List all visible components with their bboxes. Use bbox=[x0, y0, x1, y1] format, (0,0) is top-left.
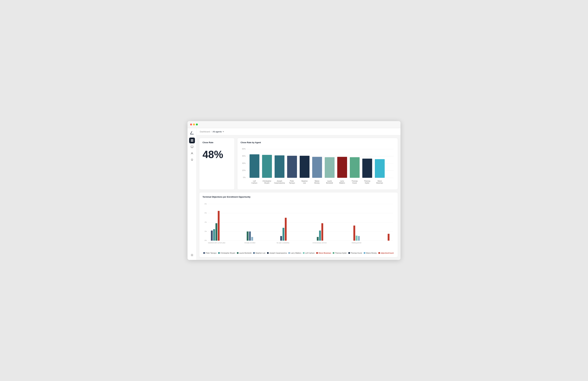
sidebar-item-users[interactable] bbox=[189, 151, 195, 156]
obj-bar bbox=[319, 230, 321, 241]
bar-waine bbox=[312, 157, 322, 178]
objections-svg: 8% 6% 4% 2% 0% bbox=[203, 201, 395, 249]
obj-bar-steve bbox=[388, 234, 389, 241]
legend-label-peter: Peter Tamayo bbox=[206, 252, 216, 254]
svg-text:Bowman: Bowman bbox=[376, 182, 383, 184]
obj-bar bbox=[215, 223, 217, 241]
svg-point-8 bbox=[191, 159, 193, 160]
obj-bar-objcount bbox=[218, 211, 219, 241]
top-row: Close Rate 48% Close Rate by Agent 60% 4… bbox=[199, 138, 398, 190]
sidebar-item-calls[interactable] bbox=[189, 157, 195, 163]
svg-text:Leif: Leif bbox=[253, 180, 256, 182]
legend-dot-laurie bbox=[237, 252, 238, 254]
close-rate-card: Close Rate 48% bbox=[199, 138, 235, 190]
legend-label-steve: Steve Bowman bbox=[318, 252, 331, 254]
svg-text:Waine: Waine bbox=[315, 180, 319, 182]
legend-waine: Waine Bresky bbox=[364, 252, 377, 254]
sidebar-item-monitor[interactable] bbox=[189, 144, 195, 150]
svg-text:Theresa: Theresa bbox=[364, 180, 370, 182]
objections-chart: 8% 6% 4% 2% 0% bbox=[203, 201, 395, 250]
obj-bar-objcount bbox=[321, 223, 323, 241]
legend-joseph: Joseph Casamassima bbox=[267, 252, 287, 254]
svg-text:Waiting period: Waiting period bbox=[352, 242, 361, 244]
legend-christopher: Christopher Bryant bbox=[218, 252, 235, 254]
svg-text:Christopher: Christopher bbox=[263, 180, 272, 182]
breadcrumb-home[interactable]: Dashboard bbox=[200, 131, 210, 133]
minimize-button[interactable] bbox=[193, 124, 195, 125]
bar-theresa bbox=[362, 158, 372, 178]
svg-text:Lee: Lee bbox=[303, 182, 306, 184]
legend-dot-waine bbox=[364, 252, 365, 254]
app-window: Dashboard / All agents Close R bbox=[188, 121, 400, 260]
svg-text:8%: 8% bbox=[205, 203, 207, 205]
legend-dot-larry bbox=[288, 252, 290, 254]
titlebar bbox=[188, 121, 400, 128]
legend-peter: Peter Tamayo bbox=[203, 252, 216, 254]
bar-peter bbox=[287, 156, 297, 178]
legend-dot-steve bbox=[316, 252, 318, 254]
legend-label-leif: Leif Carlson bbox=[305, 252, 315, 254]
close-rate-by-agent-card: Close Rate by Agent 60% 45% 30% 15% 0% bbox=[237, 138, 398, 190]
legend-steve: Steve Bowman bbox=[316, 252, 331, 254]
obj-bar bbox=[251, 237, 253, 241]
svg-text:Tamayo: Tamayo bbox=[289, 182, 295, 184]
traffic-lights bbox=[190, 124, 198, 125]
svg-rect-3 bbox=[192, 141, 193, 142]
svg-text:Casamassima: Casamassima bbox=[274, 182, 285, 184]
svg-text:Bryant: Bryant bbox=[264, 182, 269, 184]
legend-dot-thomas bbox=[348, 252, 350, 254]
svg-text:No plan availability: No plan availability bbox=[276, 242, 289, 244]
legend-leif: Leif Carlson bbox=[303, 252, 315, 254]
legend-theresa: Theresa Hyder bbox=[333, 252, 347, 254]
sidebar-item-settings[interactable] bbox=[189, 252, 195, 258]
maximize-button[interactable] bbox=[196, 124, 198, 125]
objections-title: Terminal Objections per Enrollment Oppor… bbox=[203, 196, 395, 198]
obj-bar bbox=[358, 236, 360, 241]
close-rate-value: 48% bbox=[203, 149, 231, 160]
svg-text:0%: 0% bbox=[243, 177, 246, 179]
svg-text:Peter: Peter bbox=[290, 180, 294, 182]
obj-bar bbox=[280, 236, 282, 241]
svg-text:Kunst: Kunst bbox=[352, 182, 357, 184]
logo[interactable] bbox=[189, 130, 195, 135]
legend: Peter Tamayo Christopher Bryant Laurie B… bbox=[203, 252, 395, 254]
bar-joseph bbox=[275, 155, 284, 178]
close-rate-svg: 60% 45% 30% 15% 0% bbox=[241, 146, 395, 186]
svg-text:Watters: Watters bbox=[339, 182, 345, 184]
svg-text:Carlson: Carlson bbox=[252, 182, 257, 184]
legend-dot-stephen bbox=[253, 252, 255, 254]
bar-leif bbox=[250, 154, 259, 178]
sidebar-item-dashboard[interactable] bbox=[189, 137, 195, 143]
legend-label-laurie: Laurie Bortolotti bbox=[239, 252, 252, 254]
bar-christopher bbox=[262, 155, 272, 178]
close-button[interactable] bbox=[190, 124, 192, 125]
legend-label-joseph: Joseph Casamassima bbox=[269, 252, 287, 254]
legend-dot-objcount bbox=[378, 252, 380, 254]
obj-bar bbox=[211, 230, 213, 241]
obj-bar-objcount bbox=[285, 218, 287, 241]
svg-text:Joseph: Joseph bbox=[277, 180, 282, 182]
legend-dot-joseph bbox=[267, 252, 269, 254]
obj-bar-objcount bbox=[353, 225, 355, 241]
legend-larry: Larry Watters bbox=[288, 252, 301, 254]
main-content: Dashboard / All agents Close R bbox=[197, 128, 400, 260]
legend-dot-peter bbox=[203, 252, 205, 254]
svg-text:Laurie: Laurie bbox=[327, 180, 332, 182]
svg-text:Stephen: Stephen bbox=[301, 180, 308, 182]
close-rate-chart: 60% 45% 30% 15% 0% bbox=[241, 146, 395, 186]
bar-thomas bbox=[350, 157, 360, 178]
breadcrumb-current[interactable]: All agents bbox=[212, 131, 224, 133]
legend-label-thomas: Thomas Kunst bbox=[351, 252, 362, 254]
svg-rect-1 bbox=[192, 139, 193, 140]
breadcrumb: Dashboard / All agents bbox=[200, 131, 224, 133]
svg-text:Bortolotti: Bortolotti bbox=[326, 182, 333, 184]
bar-steve bbox=[375, 159, 385, 178]
svg-text:Bresky: Bresky bbox=[315, 182, 320, 184]
svg-text:Unnecessary service: Unnecessary service bbox=[313, 242, 327, 244]
svg-text:6%: 6% bbox=[205, 212, 207, 214]
sidebar bbox=[188, 128, 197, 260]
svg-text:15%: 15% bbox=[242, 169, 246, 171]
legend-laurie: Laurie Bortolotti bbox=[237, 252, 252, 254]
obj-bar bbox=[249, 231, 251, 241]
legend-dot-christopher bbox=[218, 252, 220, 254]
